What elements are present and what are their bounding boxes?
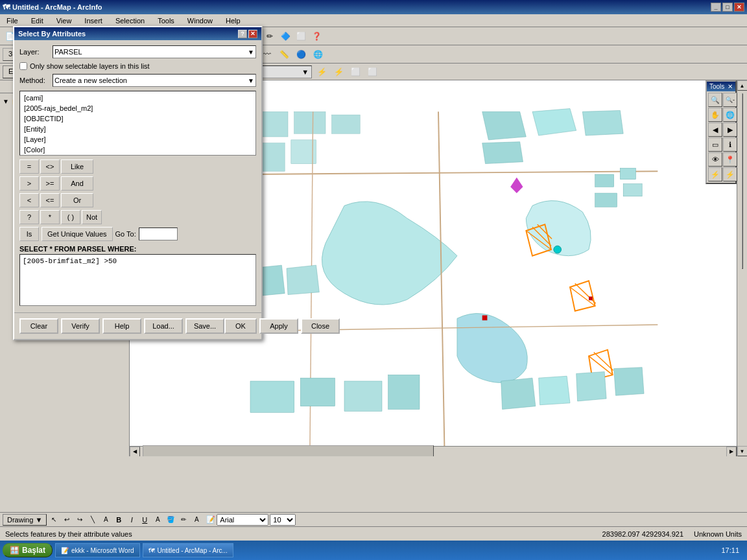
layers-expand[interactable]: ▼ — [3, 98, 9, 105]
is-button[interactable]: Is — [19, 227, 39, 241]
scroll-left[interactable]: ◀ — [130, 447, 140, 457]
font-size-combo[interactable]: 10 — [270, 514, 296, 526]
taskbar-item-arcmap[interactable]: 🗺 Untitled - ArcMap - Arc... — [143, 543, 233, 557]
draw-fill[interactable]: 🪣 — [165, 514, 176, 526]
op-question[interactable]: ? — [19, 210, 39, 224]
identify-tool[interactable]: ❓ — [309, 29, 324, 43]
apply-button[interactable]: Apply — [259, 318, 298, 334]
op-gt[interactable]: > — [19, 176, 39, 191]
zoom-out-tool[interactable]: 🔍- — [723, 93, 737, 107]
field-item-cami[interactable]: [cami] — [21, 93, 254, 103]
scroll-thumb-v[interactable] — [742, 93, 743, 269]
vertical-scrollbar[interactable]: ▲ ▼ — [737, 80, 747, 456]
zoom-in-tool[interactable]: 🔍 — [708, 93, 722, 107]
menu-file[interactable]: File — [3, 16, 22, 26]
field-item-objectid[interactable]: [OBJECTID] — [21, 113, 254, 124]
scroll-right[interactable]: ▶ — [726, 447, 737, 457]
edit-tool3[interactable]: ⚡ — [331, 65, 346, 79]
info-tool[interactable]: ℹ — [723, 137, 737, 152]
fields-list[interactable]: [cami] [2005-rajs_bedel_m2] [OBJECTID] [… — [19, 91, 256, 156]
field-item-entity[interactable]: [Entity] — [21, 124, 254, 134]
verify-button[interactable]: Verify — [61, 318, 100, 334]
drawing-dropdown[interactable]: Drawing ▼ — [3, 514, 47, 526]
draw-rotate[interactable]: ↩ — [61, 514, 73, 526]
edit-tool4[interactable]: ⬜ — [348, 65, 362, 79]
select-rect-tool[interactable]: ▭ — [708, 137, 722, 152]
scroll-thumb-h[interactable] — [143, 445, 434, 457]
draw-select[interactable]: ↖ — [48, 514, 60, 526]
menu-view[interactable]: View — [53, 16, 76, 26]
font-name-combo[interactable]: Arial — [217, 514, 268, 526]
minimize-button[interactable]: _ — [711, 3, 721, 12]
svg-marker-38 — [287, 265, 319, 294]
dialog-help-button[interactable]: ? — [238, 30, 247, 38]
op-not[interactable]: Not — [82, 210, 102, 224]
close-dlg-button[interactable]: Close — [301, 318, 340, 334]
back-tool[interactable]: ◀ — [708, 122, 722, 137]
pan-tool[interactable]: ✋ — [708, 108, 722, 122]
method-combo[interactable]: Create a new selection ▼ — [53, 74, 256, 87]
draw-italic[interactable]: I — [126, 514, 137, 526]
field-item-layer[interactable]: [Layer] — [21, 134, 254, 145]
get-unique-values-button[interactable]: Get Unique Values — [42, 227, 113, 241]
ok-button[interactable]: OK — [224, 318, 257, 334]
op-or[interactable]: Or — [61, 193, 93, 207]
find-tool[interactable]: 👁 — [708, 152, 722, 167]
dialog-close-button[interactable]: ✕ — [248, 30, 257, 38]
box-tool[interactable]: ⬜ — [294, 29, 308, 43]
scroll-down[interactable]: ▼ — [737, 446, 748, 456]
menu-edit[interactable]: Edit — [27, 16, 47, 26]
menu-selection[interactable]: Selection — [112, 16, 148, 26]
draw-bold[interactable]: B — [113, 514, 124, 526]
xy-tool[interactable]: 📍 — [723, 152, 737, 167]
edit-tool2[interactable]: ⚡ — [314, 65, 329, 79]
op-like[interactable]: Like — [61, 159, 93, 174]
draw-underline[interactable]: U — [139, 514, 150, 526]
menu-tools[interactable]: Tools — [154, 16, 178, 26]
draw-redo[interactable]: ↪ — [74, 514, 86, 526]
draw-linecolor[interactable]: ✏ — [178, 514, 189, 526]
start-button[interactable]: 🪟 Başlat — [3, 543, 53, 557]
draw-line[interactable]: ╲ — [87, 514, 99, 526]
globe-tool[interactable]: 🌐 — [723, 108, 737, 122]
field-item-color[interactable]: [Color] — [21, 145, 254, 155]
load-button[interactable]: Load... — [144, 318, 183, 334]
tool-flash2[interactable]: ⚡ — [723, 167, 737, 181]
layer-combo[interactable]: PARSEL ▼ — [53, 45, 256, 58]
save-dlg-button[interactable]: Save... — [185, 318, 224, 334]
goto-input[interactable] — [139, 228, 178, 240]
op-parens[interactable]: ( ) — [61, 210, 80, 224]
horizontal-scrollbar[interactable]: ◀ ▶ — [130, 446, 737, 456]
op-lte[interactable]: <= — [40, 193, 60, 207]
edit-tool[interactable]: ✏ — [263, 29, 277, 43]
taskbar-item-word[interactable]: 📝 ekkk - Microsoft Word — [55, 543, 140, 557]
tool-flash1[interactable]: ⚡ — [708, 167, 722, 181]
help-button[interactable]: Help — [102, 318, 141, 334]
op-gte[interactable]: >= — [40, 176, 60, 191]
tool7[interactable]: 📏 — [277, 47, 291, 62]
op-lt[interactable]: < — [19, 193, 39, 207]
sql-textarea[interactable]: [2005-brimfiat_m2] >50 — [19, 254, 256, 306]
draw-shadow[interactable]: A — [191, 514, 202, 526]
field-item-rajs[interactable]: [2005-rajs_bedel_m2] — [21, 103, 254, 113]
menu-help[interactable]: Help — [222, 16, 244, 26]
op-notequals[interactable]: <> — [40, 159, 60, 174]
close-button[interactable]: ✕ — [734, 3, 744, 12]
op-asterisk[interactable]: * — [40, 210, 60, 224]
draw-text[interactable]: A — [100, 514, 112, 526]
maximize-button[interactable]: □ — [722, 3, 733, 12]
draw-fontcolor[interactable]: A — [152, 514, 163, 526]
op-equals[interactable]: = — [19, 159, 39, 174]
op-and[interactable]: And — [61, 176, 93, 191]
edit-tool5[interactable]: ⬜ — [365, 65, 379, 79]
scroll-up[interactable]: ▲ — [737, 80, 748, 91]
tool9[interactable]: 🌐 — [311, 47, 325, 62]
selectable-layers-checkbox[interactable] — [19, 62, 27, 70]
menu-window[interactable]: Window — [184, 16, 217, 26]
tool8[interactable]: 🔵 — [294, 47, 308, 62]
tools-close[interactable]: ✕ — [728, 83, 733, 90]
clear-button[interactable]: Clear — [19, 318, 58, 334]
sketch-tool[interactable]: 🔷 — [278, 29, 292, 43]
forward-tool[interactable]: ▶ — [723, 122, 737, 137]
menu-insert[interactable]: Insert — [80, 16, 106, 26]
